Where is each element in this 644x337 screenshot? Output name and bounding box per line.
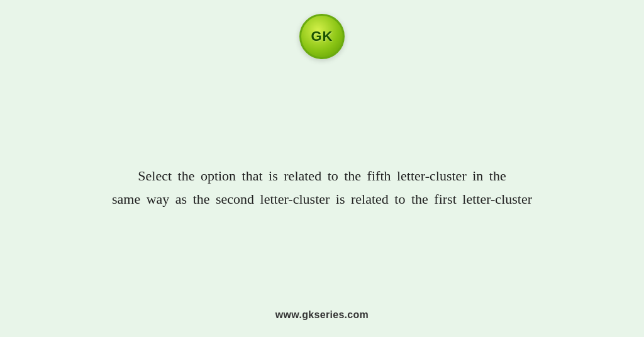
logo-circle: GK bbox=[299, 14, 345, 59]
question-line1: Select the option that is related to the… bbox=[138, 168, 506, 184]
logo-container: GK bbox=[299, 14, 345, 59]
page-container: GK Select the option that is related to … bbox=[0, 0, 644, 337]
logo-text: GK bbox=[311, 28, 333, 45]
question-text: Select the option that is related to the… bbox=[112, 164, 532, 211]
question-line2: same way as the second letter-cluster is… bbox=[112, 191, 532, 207]
footer-url: www.gkseries.com bbox=[275, 309, 369, 321]
